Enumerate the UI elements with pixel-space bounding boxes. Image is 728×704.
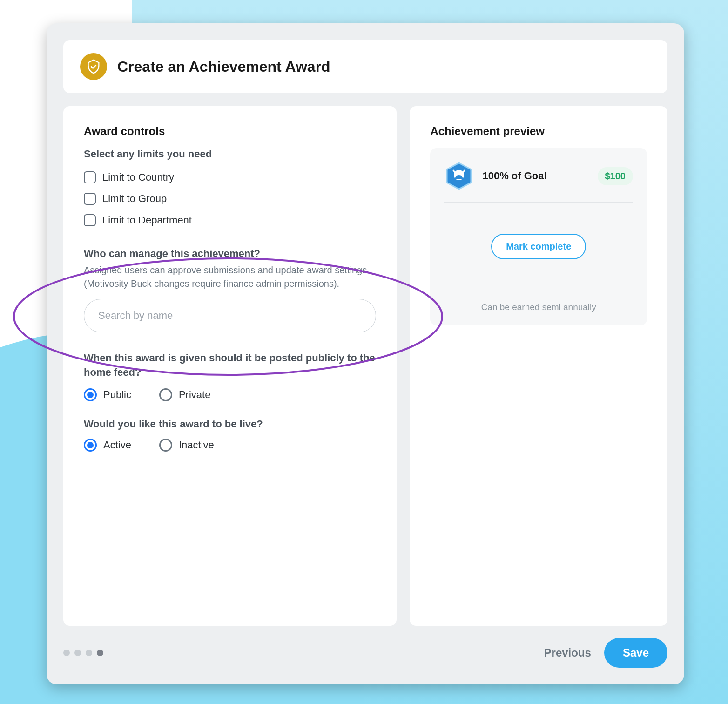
award-controls-title: Award controls — [84, 125, 376, 138]
limit-department-label: Limit to Department — [102, 214, 192, 226]
live-inactive-row[interactable]: Inactive — [159, 439, 214, 452]
limit-group-checkbox[interactable] — [84, 193, 96, 205]
manage-achievement-block: Who can manage this achievement? Assigne… — [84, 248, 376, 332]
live-radio-group: Active Inactive — [84, 439, 376, 452]
preview-amount-pill: $100 — [598, 167, 634, 185]
visibility-label: When this award is given should it be po… — [84, 351, 376, 380]
preview-middle: Mark complete — [444, 203, 633, 291]
limit-country-checkbox[interactable] — [84, 171, 96, 183]
live-active-label: Active — [103, 439, 131, 451]
visibility-public-radio[interactable] — [84, 388, 97, 401]
preview-inner-card: 100% of Goal $100 Mark complete Can be e… — [430, 148, 647, 325]
step-dot-3[interactable] — [86, 650, 92, 656]
step-dot-2[interactable] — [74, 650, 81, 656]
achievement-award-panel: Create an Achievement Award Award contro… — [47, 23, 684, 684]
achievement-hex-icon — [444, 161, 474, 191]
previous-button[interactable]: Previous — [544, 646, 591, 659]
limit-group-label: Limit to Group — [102, 193, 167, 205]
achievement-preview-card: Achievement preview 100% of Goal $100 — [410, 106, 667, 626]
visibility-public-label: Public — [103, 389, 131, 401]
visibility-private-label: Private — [179, 389, 210, 401]
live-inactive-radio[interactable] — [159, 439, 172, 452]
live-active-radio[interactable] — [84, 439, 97, 452]
step-dot-1[interactable] — [63, 650, 70, 656]
manage-search-input[interactable] — [84, 299, 376, 332]
limit-country-row[interactable]: Limit to Country — [84, 167, 376, 188]
limit-country-label: Limit to Country — [102, 171, 174, 183]
preview-section-title: Achievement preview — [430, 125, 647, 138]
visibility-public-row[interactable]: Public — [84, 388, 131, 401]
panel-body: Award controls Select any limits you nee… — [63, 106, 667, 626]
limits-label: Select any limits you need — [84, 148, 376, 160]
step-progress-dots — [63, 650, 103, 656]
footer-actions: Previous Save — [544, 638, 667, 668]
preview-title: 100% of Goal — [482, 170, 589, 182]
save-button[interactable]: Save — [604, 638, 667, 668]
live-inactive-label: Inactive — [179, 439, 214, 451]
award-badge-icon — [80, 53, 107, 80]
limit-department-checkbox[interactable] — [84, 214, 96, 226]
visibility-radio-group: Public Private — [84, 388, 376, 401]
mark-complete-button[interactable]: Mark complete — [491, 234, 586, 259]
preview-footer-text: Can be earned semi annually — [444, 291, 633, 312]
manage-label: Who can manage this achievement? — [84, 248, 376, 260]
panel-header: Create an Achievement Award — [63, 40, 667, 93]
step-dot-4[interactable] — [97, 650, 103, 656]
limit-department-row[interactable]: Limit to Department — [84, 210, 376, 231]
visibility-private-radio[interactable] — [159, 388, 172, 401]
live-active-row[interactable]: Active — [84, 439, 131, 452]
panel-title: Create an Achievement Award — [117, 58, 330, 75]
visibility-private-row[interactable]: Private — [159, 388, 210, 401]
panel-footer: Previous Save — [63, 626, 667, 668]
preview-top-row: 100% of Goal $100 — [444, 161, 633, 203]
award-controls-card: Award controls Select any limits you nee… — [63, 106, 397, 626]
manage-help-text: Assigned users can approve submissions a… — [84, 264, 376, 291]
live-label: Would you like this award to be live? — [84, 418, 376, 430]
limits-checkbox-list: Limit to Country Limit to Group Limit to… — [84, 167, 376, 231]
limit-group-row[interactable]: Limit to Group — [84, 188, 376, 210]
